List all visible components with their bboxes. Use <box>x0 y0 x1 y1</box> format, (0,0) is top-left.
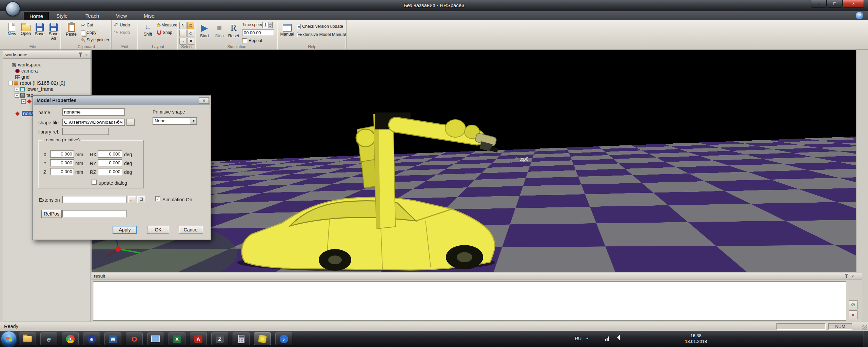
taskbar-app-calculator[interactable] <box>233 332 250 345</box>
maximize-button[interactable]: □ <box>827 0 843 8</box>
pin-icon[interactable] <box>78 52 83 57</box>
check-version-update-button[interactable]: Check version update <box>297 23 346 30</box>
select-vertex-button[interactable]: ◇ <box>187 30 194 37</box>
tab-style[interactable]: Style <box>51 12 73 20</box>
update-dialog-checkbox[interactable] <box>92 180 97 185</box>
network-icon[interactable] <box>605 336 609 341</box>
time-speed-input[interactable]: 1 ▲ ▼ <box>262 22 273 28</box>
refpos-input[interactable] <box>62 210 126 217</box>
select-solid-button[interactable]: ■ <box>187 38 194 45</box>
paste-button[interactable]: Paste <box>63 21 79 44</box>
select-box-button[interactable]: □ <box>187 22 194 29</box>
show-desktop-button[interactable] <box>864 331 868 347</box>
collapse-icon[interactable]: − <box>8 81 13 85</box>
reset-button[interactable]: R Reset <box>227 21 240 44</box>
save-as-button[interactable]: Save As <box>47 21 60 44</box>
tree-item-grid[interactable]: grid <box>4 74 90 80</box>
hrspace-icon <box>258 334 267 344</box>
taskbar-app-eclipse[interactable]: e <box>83 332 100 345</box>
y-input[interactable] <box>50 159 74 166</box>
apply-button[interactable]: Apply <box>113 226 137 234</box>
tree-item-workspace[interactable]: workspace <box>4 62 90 68</box>
new-button[interactable]: New <box>5 21 19 44</box>
select-add-button[interactable]: + <box>179 30 186 37</box>
taskbar-app-opera[interactable]: O <box>126 332 143 345</box>
tree-item-lower-frame[interactable]: + lower_frame <box>4 86 90 92</box>
taskbar-app-devtool[interactable]: Z <box>211 332 228 345</box>
taskbar-app-chrome[interactable] <box>62 332 79 345</box>
collapse-icon[interactable]: − <box>15 93 19 98</box>
collapse-icon[interactable]: − <box>21 99 26 104</box>
taskbar-app-explorer[interactable] <box>19 332 36 345</box>
tab-view[interactable]: View <box>111 12 132 20</box>
select-move-button[interactable]: ↔ <box>179 38 186 45</box>
taskbar-app-internet-explorer[interactable]: e <box>40 332 57 345</box>
panel-close-icon[interactable]: × <box>850 273 855 279</box>
cut-button[interactable]: ✂ Cut <box>81 22 111 29</box>
repeat-checkbox-box[interactable] <box>242 38 247 43</box>
minimize-button[interactable]: – <box>811 0 827 8</box>
extension-input[interactable] <box>62 196 126 203</box>
primitive-shape-select[interactable]: None ▼ <box>153 117 197 125</box>
taskbar-app-hrspace[interactable] <box>254 332 271 345</box>
redo-button[interactable]: ↷ Redo <box>114 29 136 36</box>
tree-item-camera[interactable]: camera <box>4 68 90 74</box>
copy-button[interactable]: Copy <box>81 29 111 36</box>
tab-home[interactable]: Home <box>24 12 49 20</box>
resize-grip[interactable] <box>862 325 867 330</box>
x-input[interactable] <box>50 150 74 158</box>
snap-button[interactable]: Snap <box>157 29 177 36</box>
undo-button[interactable]: ↶ Undo <box>114 22 136 29</box>
style-painter-button[interactable]: ✎ Style painter <box>81 37 111 44</box>
ok-button[interactable]: OK <box>147 226 169 234</box>
dialog-close-icon[interactable]: × <box>199 97 209 104</box>
manual-button[interactable]: Manual <box>279 21 295 44</box>
clear-result-button[interactable]: ⊘ <box>849 300 857 309</box>
hidden-icons-arrow-icon[interactable]: ▲ <box>586 336 589 340</box>
shape-file-browse-button[interactable]: ... <box>126 119 135 126</box>
refpos-button[interactable]: RefPos <box>41 210 62 218</box>
tab-teach[interactable]: Teach <box>80 12 104 20</box>
rx-input[interactable] <box>98 150 122 158</box>
chevron-down-icon[interactable]: ▼ <box>191 118 197 124</box>
select-pointer-button[interactable]: ↖ <box>179 22 186 29</box>
status-bar: Ready NUM <box>0 322 868 331</box>
shift-button[interactable]: ↔↔ Shift <box>139 21 156 44</box>
expand-icon[interactable]: + <box>15 87 19 91</box>
open-button[interactable]: Open <box>19 21 33 44</box>
dialog-title-bar[interactable]: Model Properties × <box>34 96 210 105</box>
name-input[interactable] <box>62 108 125 116</box>
extensive-model-manual-button[interactable]: Extensive Model Manual <box>297 31 346 38</box>
tab-misc[interactable]: Misc. <box>138 12 161 20</box>
taskbar-app-word[interactable]: W <box>104 332 121 345</box>
repeat-checkbox[interactable]: Repeat <box>242 37 262 44</box>
shape-file-input[interactable] <box>62 119 125 126</box>
help-icon[interactable]: ? <box>856 12 863 19</box>
delete-result-button[interactable]: × <box>849 310 857 319</box>
spin-down-icon[interactable]: ▼ <box>268 25 272 28</box>
close-button[interactable]: × <box>843 0 864 8</box>
taskbar-clock[interactable]: 16:38 13.01.2018 <box>675 333 717 344</box>
spin-up-icon[interactable]: ▲ <box>268 22 272 25</box>
start-button[interactable] <box>1 331 16 346</box>
extension-edit-button[interactable] <box>137 196 145 203</box>
panel-close-icon[interactable]: × <box>84 52 89 57</box>
cancel-button[interactable]: Cancel <box>179 226 203 234</box>
application-menu-button[interactable] <box>5 1 20 16</box>
pin-icon[interactable] <box>843 273 849 279</box>
save-button[interactable]: Save <box>33 21 46 44</box>
taskbar-app-file-manager[interactable] <box>147 332 164 345</box>
simulation-on-checkbox[interactable]: ✓ <box>155 196 160 201</box>
rz-input[interactable] <box>98 168 122 175</box>
taskbar-app-excel[interactable]: X <box>169 332 185 345</box>
measure-button[interactable]: Measure <box>157 22 177 29</box>
taskbar-app-media-player[interactable]: ♪ <box>275 332 292 345</box>
language-indicator[interactable]: RU <box>575 336 581 341</box>
tree-item-robot[interactable]: − robot (HS165-02) [0] <box>4 80 90 86</box>
z-input[interactable] <box>50 168 74 175</box>
extension-browse-button[interactable]: ... <box>128 196 136 203</box>
start-button[interactable]: ▶ Start <box>197 21 212 44</box>
stop-button[interactable]: ■ Stop <box>213 21 226 44</box>
ry-input[interactable] <box>98 159 122 166</box>
taskbar-app-acrobat[interactable]: A <box>190 332 207 345</box>
